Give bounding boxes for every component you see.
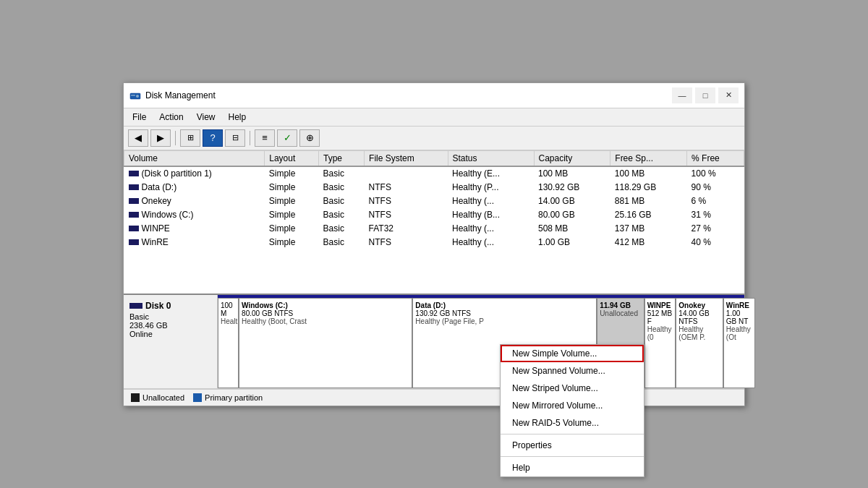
toolbar-btn-5[interactable]: ⊟ [225, 129, 245, 147]
cell-capacity: 80.00 GB [534, 207, 610, 221]
partition-info: Healthy (OEM P. [678, 325, 720, 341]
cell-fs: NTFS [365, 207, 448, 221]
cell-layout: Simple [265, 235, 319, 249]
legend-unallocated: Unallocated [131, 393, 184, 402]
partition-size: 130.92 GB NTFS [415, 309, 594, 317]
disk-status: Online [129, 330, 211, 338]
partition-size: 14.00 GB NTFS [678, 309, 720, 325]
cell-capacity: 508 MB [534, 221, 610, 235]
title-bar-left: Disk Management [129, 90, 216, 101]
partition-size: 1.00 GB NT [726, 309, 752, 325]
cell-layout: Simple [265, 207, 319, 221]
table-row[interactable]: Windows (C:) Simple Basic NTFS Healthy (… [124, 207, 744, 221]
legend-section: Unallocated Primary partition [124, 389, 744, 406]
col-volume[interactable]: Volume [124, 150, 265, 166]
window-title: Disk Management [145, 90, 216, 100]
cell-free: 25.16 GB [610, 207, 687, 221]
volume-icon [129, 171, 139, 176]
table-row[interactable]: WinRE Simple Basic NTFS Healthy (... 1.0… [124, 235, 744, 249]
disk-partition[interactable]: Onokey 14.00 GB NTFS Healthy (OEM P. [676, 298, 723, 388]
cell-capacity: 14.00 GB [534, 194, 610, 207]
context-menu-item[interactable]: New Spanned Volume... [501, 362, 644, 380]
cell-status: Healthy (E... [448, 166, 534, 181]
cell-volume: Data (D:) [124, 180, 265, 194]
partition-name: Data (D:) [415, 301, 594, 309]
col-layout[interactable]: Layout [265, 150, 319, 166]
cell-status: Healthy (... [448, 194, 534, 207]
partition-name: Onokey [678, 301, 720, 309]
cell-volume: Onekey [124, 194, 265, 207]
cell-fs [365, 166, 448, 181]
maximize-button[interactable]: □ [695, 87, 715, 103]
legend-primary-label: Primary partition [205, 393, 263, 402]
toolbar-separator-1 [175, 131, 176, 145]
col-status[interactable]: Status [448, 150, 534, 166]
cell-volume: Windows (C:) [124, 207, 265, 221]
title-bar-controls: — □ ✕ [672, 87, 739, 103]
context-menu-item[interactable]: Help [501, 459, 644, 476]
disk-partition[interactable]: 100 M Healt... [218, 298, 239, 388]
col-filesystem[interactable]: File System [365, 150, 448, 166]
cell-pct: 40 % [687, 235, 744, 249]
cell-fs: FAT32 [365, 221, 448, 235]
cell-type: Basic [319, 207, 365, 221]
volume-table-section: Volume Layout Type File System Status Ca… [124, 150, 744, 295]
cell-free: 881 MB [610, 194, 687, 207]
toolbar-btn-help[interactable]: ? [203, 129, 223, 147]
partition-name: Windows (C:) [242, 301, 409, 309]
toolbar: ◀ ▶ ⊞ ? ⊟ ≡ ✓ ⊕ [124, 127, 744, 150]
context-menu-item[interactable]: New RAID-5 Volume... [501, 414, 644, 432]
disk-partition[interactable]: WinRE 1.00 GB NT Healthy (Ot [723, 298, 755, 388]
menu-file[interactable]: File [127, 110, 152, 124]
context-menu-item[interactable]: New Striped Volume... [501, 380, 644, 397]
table-row[interactable]: Data (D:) Simple Basic NTFS Healthy (P..… [124, 180, 744, 194]
cell-type: Basic [319, 221, 365, 235]
disk-partition[interactable]: Windows (C:) 80.00 GB NTFS Healthy (Boot… [239, 298, 412, 388]
cell-layout: Simple [265, 221, 319, 235]
cell-type: Basic [319, 180, 365, 194]
menu-help[interactable]: Help [223, 110, 252, 124]
toolbar-btn-3[interactable]: ⊞ [180, 129, 200, 147]
cell-pct: 27 % [687, 221, 744, 235]
partition-name: WINPE [647, 301, 673, 309]
table-row[interactable]: Onekey Simple Basic NTFS Healthy (... 14… [124, 194, 744, 207]
partition-info: Healthy (Boot, Crast [242, 317, 409, 325]
close-button[interactable]: ✕ [718, 87, 739, 103]
back-button[interactable]: ◀ [128, 129, 148, 147]
forward-button[interactable]: ▶ [150, 129, 171, 147]
toolbar-btn-7[interactable]: ✓ [277, 129, 297, 147]
context-menu-item[interactable]: New Mirrored Volume... [501, 397, 644, 414]
table-row[interactable]: WINPE Simple Basic FAT32 Healthy (... 50… [124, 221, 744, 235]
volume-icon [129, 212, 139, 218]
volume-icon [129, 184, 139, 190]
partition-size: 80.00 GB NTFS [242, 309, 409, 317]
context-menu-item[interactable]: Properties [501, 437, 644, 454]
menu-view[interactable]: View [191, 110, 221, 124]
menu-bar: File Action View Help [124, 108, 744, 127]
col-free[interactable]: Free Sp... [610, 150, 687, 166]
volume-table: Volume Layout Type File System Status Ca… [124, 150, 744, 249]
cell-fs: NTFS [365, 235, 448, 249]
cell-type: Basic [319, 194, 365, 207]
context-menu-item[interactable]: New Simple Volume... [501, 345, 644, 362]
col-type[interactable]: Type [319, 150, 365, 166]
cell-type: Basic [319, 166, 365, 181]
col-pct[interactable]: % Free [687, 150, 744, 166]
table-row[interactable]: (Disk 0 partition 1) Simple Basic Health… [124, 166, 744, 181]
menu-action[interactable]: Action [153, 110, 189, 124]
cell-status: Healthy (... [448, 221, 534, 235]
partition-info: Unallocated [600, 309, 642, 317]
cell-status: Healthy (P... [448, 180, 534, 194]
col-capacity[interactable]: Capacity [534, 150, 610, 166]
disk-label: Disk 0 Basic 238.46 GB Online [124, 295, 218, 388]
disk-partition[interactable]: WINPE 512 MB F Healthy (0 [644, 298, 676, 388]
toolbar-btn-8[interactable]: ⊕ [299, 129, 320, 147]
volume-icon [129, 198, 139, 204]
cell-free: 118.29 GB [610, 180, 687, 194]
svg-rect-2 [131, 95, 135, 96]
cell-pct: 31 % [687, 207, 744, 221]
minimize-button[interactable]: — [672, 87, 692, 103]
disk-size: 238.46 GB [129, 321, 211, 330]
toolbar-btn-6[interactable]: ≡ [255, 129, 275, 147]
partition-size: 512 MB F [647, 309, 673, 325]
